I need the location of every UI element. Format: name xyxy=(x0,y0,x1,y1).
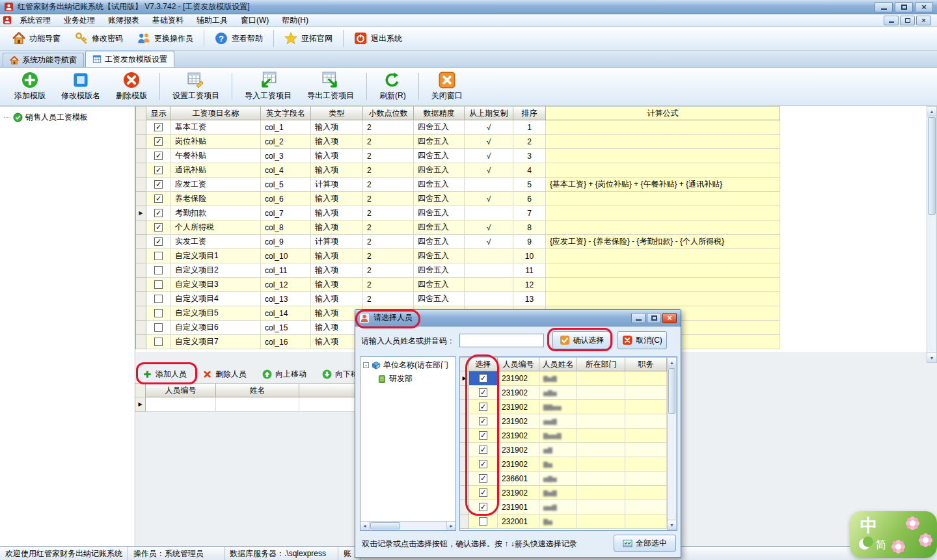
dialog-col-header[interactable]: 职务 xyxy=(625,357,667,371)
dialog-person-row[interactable]: ✓231902▅▅▇ xyxy=(460,414,677,429)
person-select-checkbox[interactable]: ✓ xyxy=(479,460,487,468)
show-checkbox[interactable]: ✓ xyxy=(154,123,163,131)
exit-system-button[interactable]: 退出系统 xyxy=(347,29,409,48)
vertical-scrollbar[interactable]: ▲ ▼ xyxy=(927,106,937,363)
salary-col-header[interactable]: 工资项目名称 xyxy=(171,106,261,120)
tab-salary-template-settings[interactable]: 工资发放模版设置 xyxy=(85,51,174,67)
scroll-right-arrow[interactable]: ► xyxy=(446,522,455,530)
person-select-checkbox[interactable]: ✓ xyxy=(479,488,487,497)
salary-col-header[interactable]: 小数点位数 xyxy=(363,106,414,120)
menu-item-3[interactable]: 账簿报表 xyxy=(102,14,146,27)
show-checkbox[interactable]: ✓ xyxy=(154,166,163,174)
salary-row[interactable]: ✓实发工资col_9计算项2四舍五入√9{应发工资} - {养老保险} - {考… xyxy=(136,235,780,249)
add-person-button[interactable]: 添加人员 xyxy=(139,367,190,382)
select-all-button[interactable]: 全部选中 xyxy=(614,535,676,552)
person-select-checkbox[interactable]: ✓ xyxy=(479,403,487,411)
minimize-button[interactable] xyxy=(875,2,893,12)
person-select-checkbox[interactable]: ✓ xyxy=(479,503,487,511)
person-search-input[interactable] xyxy=(459,334,544,347)
salary-row[interactable]: 自定义项目4col_13输入项2四舍五入13 xyxy=(136,292,780,306)
close-button[interactable]: × xyxy=(915,2,933,12)
nav-window-button[interactable]: 功能导窗 xyxy=(5,29,68,48)
show-checkbox[interactable]: ✓ xyxy=(154,152,163,160)
dialog-col-header[interactable]: 所在部门 xyxy=(577,357,625,371)
dialog-titlebar[interactable]: 请选择人员 × xyxy=(355,310,681,327)
show-checkbox[interactable]: ✓ xyxy=(154,223,163,232)
menu-item-4[interactable]: 基础资料 xyxy=(146,14,190,27)
salary-row[interactable]: ✓应发工资col_5计算项2四舍五入5{基本工资} + {岗位补贴} + {午餐… xyxy=(136,178,780,192)
close-window-button[interactable]: 关闭窗口 xyxy=(424,69,470,104)
dialog-col-header[interactable]: 人员编号 xyxy=(498,357,539,371)
scroll-left-arrow[interactable]: ◄ xyxy=(360,522,370,530)
salary-col-header[interactable]: 数据精度 xyxy=(414,106,465,120)
salary-row[interactable]: 自定义项目2col_11输入项2四舍五入11 xyxy=(136,263,780,278)
dialog-person-row[interactable]: ✓231902▇▅▇ xyxy=(460,486,677,500)
menu-item-2[interactable]: 业务处理 xyxy=(57,14,102,27)
person-select-checkbox[interactable]: ✓ xyxy=(479,417,487,425)
show-checkbox[interactable] xyxy=(154,323,163,332)
dialog-person-row[interactable]: ✓231902▅▇ xyxy=(460,443,677,457)
salary-col-header[interactable]: 计算公式 xyxy=(546,106,780,120)
dialog-col-header[interactable]: 选择 xyxy=(469,357,498,371)
salary-row[interactable]: 自定义项目3col_12输入项2四舍五入12 xyxy=(136,278,780,292)
change-password-button[interactable]: 修改密码 xyxy=(68,29,130,48)
show-checkbox[interactable] xyxy=(154,295,163,303)
person-select-checkbox[interactable]: ✓ xyxy=(479,388,487,397)
salary-col-header[interactable]: 排序 xyxy=(513,106,546,120)
add-template-button[interactable]: 添加模版 xyxy=(7,69,53,104)
show-checkbox[interactable]: ✓ xyxy=(154,209,163,217)
menu-item-5[interactable]: 辅助工具 xyxy=(190,14,234,27)
person-select-checkbox[interactable]: ✓ xyxy=(479,446,487,454)
export-salary-items-button[interactable]: 导出工资项目 xyxy=(299,69,362,104)
rename-template-button[interactable]: 修改模版名 xyxy=(53,69,108,104)
ime-indicator[interactable]: 中 简 xyxy=(850,511,937,558)
show-checkbox[interactable]: ✓ xyxy=(154,137,163,146)
menu-item-7[interactable]: 帮助(H) xyxy=(275,14,315,27)
menu-item-1[interactable]: 系统管理 xyxy=(13,14,57,27)
salary-row[interactable]: ✓个人所得税col_8输入项2四舍五入√8 xyxy=(136,220,780,235)
salary-row[interactable]: ✓午餐补贴col_3输入项2四舍五入√3 xyxy=(136,149,780,163)
person-select-checkbox[interactable]: ✓ xyxy=(479,474,487,483)
refresh-button[interactable]: 刷新(R) xyxy=(372,69,414,104)
template-tree-item[interactable]: 销售人员工资模板 xyxy=(3,111,132,124)
salary-col-header[interactable]: 英文字段名 xyxy=(261,106,311,120)
delete-template-button[interactable]: 删除模版 xyxy=(108,69,155,104)
dialog-vertical-scrollbar[interactable]: ▲ ▼ xyxy=(667,357,677,530)
scroll-thumb[interactable] xyxy=(668,368,675,414)
person-select-checkbox[interactable] xyxy=(479,517,487,526)
scroll-up-arrow[interactable]: ▲ xyxy=(927,107,936,116)
official-site-button[interactable]: 亚拓官网 xyxy=(277,29,340,48)
collapse-icon[interactable]: - xyxy=(363,362,369,368)
person-select-checkbox[interactable]: ✓ xyxy=(479,374,487,382)
salary-row[interactable]: ✓基本工资col_1输入项2四舍五入√1 xyxy=(136,120,780,135)
show-checkbox[interactable] xyxy=(154,309,163,317)
dialog-person-row[interactable]: ✓231902▇▇▅▅ xyxy=(460,400,677,414)
menu-item-6[interactable]: 窗口(W) xyxy=(234,14,275,27)
show-checkbox[interactable]: ✓ xyxy=(154,180,163,189)
mdi-minimize-button[interactable] xyxy=(884,16,899,25)
salary-col-header[interactable]: 从上期复制 xyxy=(465,106,513,120)
scroll-down-arrow[interactable]: ▼ xyxy=(668,520,676,529)
mdi-close-button[interactable]: × xyxy=(916,16,931,25)
person-col-header[interactable]: 姓名 xyxy=(216,383,299,397)
show-checkbox[interactable] xyxy=(154,252,163,260)
dialog-col-header[interactable]: 人员姓名 xyxy=(539,357,577,371)
confirm-select-button[interactable]: 确认选择 xyxy=(552,331,611,349)
scroll-down-arrow[interactable]: ▼ xyxy=(927,353,936,362)
unit-tree-root[interactable]: - 单位名称(请在部门 xyxy=(360,357,455,372)
salary-row[interactable]: ✓养老保险col_6输入项2四舍五入√6 xyxy=(136,192,780,206)
delete-person-button[interactable]: 删除人员 xyxy=(199,367,250,382)
salary-row[interactable]: ✓岗位补贴col_2输入项2四舍五入√2 xyxy=(136,135,780,149)
person-col-header[interactable]: 人员编号 xyxy=(146,383,216,397)
tree-horizontal-scrollbar[interactable]: ◄ ► xyxy=(360,521,455,530)
salary-col-header[interactable]: 类型 xyxy=(311,106,363,120)
unit-tree-item-dept[interactable]: 研发部 xyxy=(360,372,455,386)
view-help-button[interactable]: ?查看帮助 xyxy=(208,29,270,48)
maximize-button[interactable] xyxy=(895,2,913,12)
cancel-button[interactable]: 取消(C) xyxy=(618,331,667,349)
scroll-up-arrow[interactable]: ▲ xyxy=(668,358,676,367)
switch-operator-button[interactable]: 更换操作员 xyxy=(130,29,200,48)
show-checkbox[interactable]: ✓ xyxy=(154,194,163,203)
mdi-restore-button[interactable] xyxy=(900,16,915,25)
dialog-person-row[interactable]: ✓236601▅▇▅ xyxy=(460,472,677,486)
